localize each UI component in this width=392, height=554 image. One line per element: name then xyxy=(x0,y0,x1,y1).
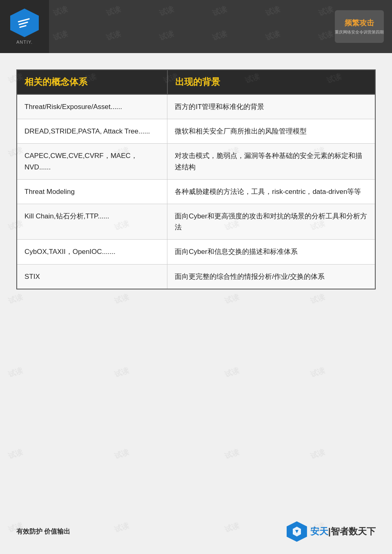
header-right-logo-bottom: 重庆网络安全令训营第四期 xyxy=(335,29,384,35)
table-row: CAPEC,CWE,CVE,CVRF，MAEC，NVD......对攻击模式，脆… xyxy=(17,144,375,179)
table-cell-right: 面向Cyber和信息交换的描述和标准体系 xyxy=(167,240,375,264)
header-right-logo: 频繁攻击 重庆网络安全令训营第四期 xyxy=(335,10,384,43)
table-cell-left: CAPEC,CWE,CVE,CVRF，MAEC，NVD...... xyxy=(17,144,167,179)
table-cell-left: CybOX,TAXII，OpenIOC....... xyxy=(17,240,167,264)
header-watermark-area xyxy=(49,0,335,53)
table-cell-right: 对攻击模式，脆弱点，漏洞等各种基础的安全元素的标定和描述结构 xyxy=(167,144,375,179)
concept-table: 相关的概念体系 出现的背景 Threat/Risk/Exposure/Asset… xyxy=(16,69,376,289)
table-row: Kill Chain,钻石分析,TTP......面向Cyber和更高强度的攻击… xyxy=(17,204,375,239)
table-cell-left: Threat Modeling xyxy=(17,179,167,204)
table-row: Threat/Risk/Exposure/Asset......西方的IT管理和… xyxy=(17,94,375,119)
table-cell-right: 微软和相关安全厂商所推出的风险管理模型 xyxy=(167,119,375,144)
watermark: 试读 xyxy=(309,447,326,461)
table-row: DREAD,STRIDE,PASTA, Attack Tree......微软和… xyxy=(17,119,375,144)
logo-area: ANTIY. xyxy=(0,0,49,53)
watermark: 试读 xyxy=(7,447,24,461)
table-cell-left: DREAD,STRIDE,PASTA, Attack Tree...... xyxy=(17,119,167,144)
watermark: 试读 xyxy=(309,365,326,380)
table-cell-right: 西方的IT管理和标准化的背景 xyxy=(167,94,375,119)
header: ANTIY. 频繁攻击 重庆网络安全令训营第四期 xyxy=(0,0,392,53)
watermark: 试读 xyxy=(113,365,130,380)
logo-lines xyxy=(18,18,31,28)
table-cell-left: Threat/Risk/Exposure/Asset...... xyxy=(17,94,167,119)
footer-logo-icon xyxy=(287,521,307,542)
table-cell-right: 面向Cyber和更高强度的攻击和对抗的场景的分析工具和分析方法 xyxy=(167,204,375,239)
logo-text: ANTIY. xyxy=(16,40,33,44)
watermark: 试读 xyxy=(113,447,130,461)
footer-logo: 安天|智者数天下 xyxy=(287,521,376,542)
table-header-left: 相关的概念体系 xyxy=(17,70,167,94)
header-right-logo-top: 频繁攻击 xyxy=(345,18,374,28)
table-row: STIX面向更完整的综合性的情报分析/作业/交换的体系 xyxy=(17,264,375,289)
watermark: 试读 xyxy=(223,365,241,380)
table-row: Threat Modeling各种威胁建模的方法论，工具，risk-centri… xyxy=(17,179,375,204)
footer: 有效防护 价值输出 安天|智者数天下 xyxy=(0,521,392,542)
footer-logo-text: 安天|智者数天下 xyxy=(310,525,376,538)
main-content: 相关的概念体系 出现的背景 Threat/Risk/Exposure/Asset… xyxy=(0,53,392,302)
table-header-right: 出现的背景 xyxy=(167,70,375,94)
table-row: CybOX,TAXII，OpenIOC.......面向Cyber和信息交换的描… xyxy=(17,240,375,264)
table-cell-right: 面向更完整的综合性的情报分析/作业/交换的体系 xyxy=(167,264,375,289)
watermark: 试读 xyxy=(7,365,24,380)
table-cell-right: 各种威胁建模的方法论，工具，risk-centric，data-driven等等 xyxy=(167,179,375,204)
table-cell-left: Kill Chain,钻石分析,TTP...... xyxy=(17,204,167,239)
footer-tagline: 有效防护 价值输出 xyxy=(16,527,70,536)
table-cell-left: STIX xyxy=(17,264,167,289)
watermark: 试读 xyxy=(223,447,241,461)
logo-hexagon xyxy=(10,9,39,37)
logo-line xyxy=(19,25,27,28)
